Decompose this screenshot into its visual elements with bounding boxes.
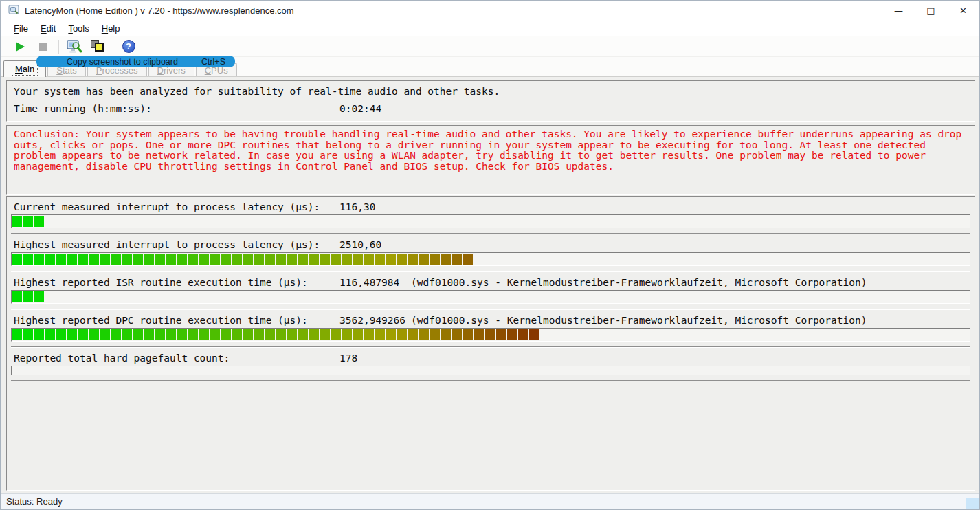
maximize-button[interactable]: □ — [915, 1, 947, 20]
bar-segment — [320, 329, 330, 340]
bar-segment — [430, 329, 440, 340]
bar-segment — [122, 329, 132, 340]
measurement-value: 3562,949266 — [339, 315, 411, 326]
bar-segment — [199, 254, 209, 265]
bar-segment — [100, 329, 110, 340]
bar-segment — [177, 254, 187, 265]
measurement-label: Reported total hard pagefault count: — [14, 353, 339, 364]
bar-segment — [265, 329, 275, 340]
app-icon — [8, 5, 19, 16]
bar-segment — [144, 254, 154, 265]
time-running-label: Time running (h:mm:ss): — [14, 103, 339, 114]
bar-segment — [67, 254, 77, 265]
bar-segment — [210, 329, 220, 340]
bar-segment — [34, 254, 44, 265]
bar-segment — [309, 254, 319, 265]
bar-segment — [342, 329, 352, 340]
bar-segment — [309, 329, 319, 340]
latency-bar — [11, 252, 970, 266]
measurement-row: Reported total hard pagefault count:178 — [11, 348, 970, 381]
window-title: LatencyMon (Home Edition ) v 7.20 - http… — [25, 5, 294, 16]
bar-segment — [441, 254, 451, 265]
analyze-button[interactable] — [65, 38, 84, 55]
close-button[interactable]: ✕ — [947, 1, 979, 20]
measurement-label: Highest measured interrupt to process la… — [14, 239, 339, 250]
bar-segment — [243, 254, 253, 265]
bar-segment — [397, 254, 407, 265]
bar-segment — [23, 291, 33, 302]
bar-segment — [463, 329, 473, 340]
menu-tools[interactable]: Tools — [62, 22, 95, 35]
bar-segment — [419, 254, 429, 265]
bar-segment — [265, 254, 275, 265]
measurement-label: Highest reported ISR routine execution t… — [14, 277, 339, 288]
bar-segment — [287, 329, 297, 340]
measurement-row: Highest measured interrupt to process la… — [11, 234, 970, 272]
latencymon-window: { "window": { "title": "LatencyMon (Home… — [0, 0, 980, 510]
bar-segment — [100, 254, 110, 265]
stop-monitor-button[interactable] — [34, 38, 53, 55]
bar-segment — [89, 254, 99, 265]
bar-fill — [12, 216, 45, 227]
bar-segment — [287, 254, 297, 265]
help-button[interactable]: ? — [119, 38, 138, 55]
bar-segment — [166, 329, 176, 340]
conclusion-panel: Conclusion: Your system appears to be ha… — [6, 125, 975, 195]
bar-segment — [89, 329, 99, 340]
bar-segment — [320, 254, 330, 265]
bar-segment — [56, 254, 66, 265]
bar-segment — [188, 329, 198, 340]
bar-segment — [122, 254, 132, 265]
bar-segment — [452, 254, 462, 265]
bar-segment — [254, 254, 264, 265]
bar-segment — [34, 329, 44, 340]
bar-segment — [23, 329, 33, 340]
measurement-row: Highest reported DPC routine execution t… — [11, 310, 970, 348]
bar-segment — [397, 329, 407, 340]
analysis-text: Your system has been analyzed for suitab… — [14, 86, 968, 97]
menu-edit[interactable]: Edit — [34, 22, 62, 35]
bar-segment — [375, 254, 385, 265]
latency-bar — [11, 328, 970, 342]
bar-fill — [12, 329, 540, 340]
bar-segment — [452, 329, 462, 340]
bar-segment — [199, 329, 209, 340]
bar-segment — [34, 216, 44, 227]
menu-file[interactable]: File — [8, 22, 34, 35]
measurement-label: Highest reported DPC routine execution t… — [14, 315, 339, 326]
toolbar-separator — [58, 40, 59, 54]
driver-info: (wdf01000.sys - Kernelmodustreiber-Frame… — [411, 277, 867, 288]
start-monitor-button[interactable] — [10, 38, 30, 55]
bar-segment — [518, 329, 528, 340]
bar-segment — [133, 254, 143, 265]
conclusion-text: Conclusion: Your system appears to be ha… — [14, 129, 968, 172]
toolbar: ? — [1, 36, 979, 57]
bar-segment — [496, 329, 506, 340]
minimize-button[interactable]: — — [882, 1, 915, 20]
measurement-value: 116,487984 — [339, 277, 411, 288]
measurement-label: Current measured interrupt to process la… — [14, 201, 339, 212]
tooltip-text: Copy screenshot to clipboard — [36, 57, 201, 67]
menu-bar: File Edit Tools Help — [1, 20, 979, 36]
bar-segment — [188, 254, 198, 265]
bar-segment — [331, 329, 341, 340]
bar-segment — [485, 329, 495, 340]
bar-segment — [375, 329, 385, 340]
bar-segment — [221, 329, 231, 340]
bar-segment — [474, 329, 484, 340]
analyze-icon — [66, 39, 82, 54]
resize-grip[interactable] — [966, 498, 979, 509]
bar-segment — [386, 254, 396, 265]
bar-segment — [430, 254, 440, 265]
bar-segment — [463, 254, 473, 265]
latency-bar — [11, 214, 970, 228]
bar-segment — [23, 254, 33, 265]
bar-segment — [331, 254, 341, 265]
bar-segment — [353, 254, 363, 265]
bar-segment — [111, 329, 121, 340]
bar-segment — [243, 329, 253, 340]
copy-screenshot-button[interactable] — [88, 38, 107, 55]
menu-help[interactable]: Help — [96, 22, 126, 35]
bar-segment — [210, 254, 220, 265]
screenshot-icon — [90, 40, 105, 54]
